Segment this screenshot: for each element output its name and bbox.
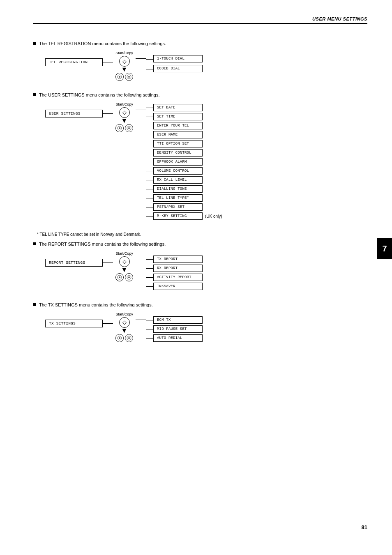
options-branch-tel: 1-TOUCH DIAL CODED DIAL <box>146 55 203 73</box>
intro-text-tel: The TEL REGISTRATION menu contains the f… <box>39 41 166 46</box>
svg-point-11 <box>128 276 130 278</box>
nav-circles-report <box>115 273 133 281</box>
start-button-user[interactable]: ◇ <box>119 107 130 118</box>
user-opt-9: DIALLING TONE <box>146 185 222 193</box>
diagram-report: REPORT SETTINGS Start/Copy ◇ ▼ <box>45 251 367 291</box>
intro-text-report: The REPORT SETTINGS menu contains the fo… <box>39 242 166 246</box>
start-button-report[interactable]: ◇ <box>119 256 130 267</box>
user-opt-10: TEL LINE TYPE* <box>146 194 222 203</box>
nav-left-user[interactable] <box>115 124 124 132</box>
connector-right-tx <box>136 320 146 320</box>
arrow-down-report: ▼ <box>121 267 128 273</box>
rep-opt-0: TX REPORT <box>146 256 203 264</box>
diagram-user: USER SETTINGS Start/Copy ◇ ▼ <box>45 102 367 221</box>
start-copy-user: Start/Copy <box>115 102 133 106</box>
svg-point-15 <box>128 337 130 339</box>
bullet-icon-report <box>33 242 36 245</box>
main-box-user: USER SETTINGS <box>45 110 103 117</box>
options-branch-tx: ECM TX MID PAUSE SET AUTO REDIAL <box>146 316 203 343</box>
button-section-user: Start/Copy ◇ ▼ <box>115 102 133 132</box>
option-box-0: 1-TOUCH DIAL <box>153 55 203 62</box>
rep-opt-3: INKSAVER <box>146 283 203 291</box>
bullet-icon-user <box>33 93 36 96</box>
diagram-tx: TX SETTINGS Start/Copy ◇ ▼ <box>45 312 367 343</box>
option-row-1: CODED DIAL <box>146 65 203 73</box>
options-tel: 1-TOUCH DIAL CODED DIAL <box>146 55 203 73</box>
intro-text-user: The USER SETTINGS menu contains the foll… <box>39 92 159 97</box>
header-title: USER MENU SETTINGS <box>312 16 367 21</box>
arrow-down-tel: ▼ <box>121 67 128 72</box>
option-hline-0 <box>146 59 153 60</box>
main-content: The TEL REGISTRATION menu contains the f… <box>33 41 367 343</box>
user-opt-1: SET TIME <box>146 113 222 121</box>
user-opt-12: M-KEY SETTING (UK only) <box>146 212 222 221</box>
bullet-intro-report: The REPORT SETTINGS menu contains the fo… <box>33 242 367 246</box>
options-branch-report: TX REPORT RX REPORT ACTIVITY REPORT INKS… <box>146 256 203 291</box>
option-hline-1 <box>146 69 153 69</box>
start-copy-tel: Start/Copy <box>115 51 133 55</box>
button-section-tx: Start/Copy ◇ ▼ <box>115 312 133 342</box>
nav-right-tx[interactable] <box>125 334 133 342</box>
start-copy-report: Start/Copy <box>115 251 133 256</box>
user-opt-3: USER NAME <box>146 131 222 139</box>
section-tx-settings: The TX SETTINGS menu contains the follow… <box>33 302 367 343</box>
nav-circles-user <box>115 124 133 132</box>
arrow-down-user: ▼ <box>121 118 128 124</box>
bullet-intro-user: The USER SETTINGS menu contains the foll… <box>33 92 367 97</box>
section-user-settings: The USER SETTINGS menu contains the foll… <box>33 92 367 221</box>
diagram-tel: TEL REGISTRATION Start/Copy ◇ ▼ <box>45 51 367 81</box>
nav-right-report[interactable] <box>125 273 133 281</box>
button-section-tel: Start/Copy ◇ ▼ <box>115 51 133 81</box>
bullet-intro-tel: The TEL REGISTRATION menu contains the f… <box>33 41 367 46</box>
nav-circles-tel <box>115 73 133 81</box>
nav-right-user[interactable] <box>125 124 133 132</box>
tx-opt-2: AUTO REDIAL <box>146 334 203 343</box>
section-report-settings: The REPORT SETTINGS menu contains the fo… <box>33 242 367 291</box>
svg-point-13 <box>119 337 120 339</box>
bullet-icon-tx <box>33 303 36 306</box>
connector-line-user <box>103 113 113 114</box>
connector-right-tel <box>136 58 146 59</box>
user-opt-0: SET DATE <box>146 104 222 112</box>
nav-left-report[interactable] <box>115 273 124 281</box>
options-user: SET DATE SET TIME ENTER YOUR TEL USER NA… <box>146 104 222 221</box>
nav-circles-tx <box>115 334 133 342</box>
button-section-report: Start/Copy ◇ ▼ <box>115 251 133 281</box>
option-box-1: CODED DIAL <box>153 65 203 72</box>
options-tx: ECM TX MID PAUSE SET AUTO REDIAL <box>146 316 203 343</box>
nav-left-tel[interactable] <box>115 73 124 81</box>
tx-opt-0: ECM TX <box>146 316 203 325</box>
main-box-tx: TX SETTINGS <box>45 320 103 327</box>
svg-point-5 <box>119 127 120 129</box>
nav-left-tx[interactable] <box>115 334 124 342</box>
options-report: TX REPORT RX REPORT ACTIVITY REPORT INKS… <box>146 256 203 291</box>
intro-text-tx: The TX SETTINGS menu contains the follow… <box>39 302 153 307</box>
connector-line-tel <box>103 62 113 62</box>
connector-line-report <box>103 263 113 263</box>
section-tel-registration: The TEL REGISTRATION menu contains the f… <box>33 41 367 81</box>
user-opt-11: PSTN/PBX SET <box>146 203 222 212</box>
svg-point-9 <box>119 276 120 278</box>
arrow-down-tx: ▼ <box>121 328 128 334</box>
connector-right-report <box>136 259 146 259</box>
connector-right-user <box>136 110 146 110</box>
page-number: 81 <box>362 524 367 530</box>
bullet-intro-tx: The TX SETTINGS menu contains the follow… <box>33 302 367 307</box>
svg-point-3 <box>128 76 130 78</box>
main-box-tel: TEL REGISTRATION <box>45 58 103 66</box>
start-button-tx[interactable]: ◇ <box>119 317 130 328</box>
page: USER MENU SETTINGS 7 The TEL REGISTRATIO… <box>0 0 392 555</box>
bullet-icon <box>33 42 36 45</box>
nav-right-tel[interactable] <box>125 73 133 81</box>
main-box-report: REPORT SETTINGS <box>45 259 103 267</box>
user-opt-8: RX CALL LEVEL <box>146 176 222 184</box>
start-button-tel[interactable]: ◇ <box>119 56 130 67</box>
chapter-tab: 7 <box>377 238 392 259</box>
footnote: * TEL LINE TYPE cannot be set in Norway … <box>37 232 367 237</box>
rep-opt-1: RX REPORT <box>146 265 203 273</box>
tx-opt-1: MID PAUSE SET <box>146 325 203 334</box>
user-opt-2: ENTER YOUR TEL <box>146 122 222 130</box>
user-opt-4: TTI OPTION SET <box>146 140 222 148</box>
start-copy-tx: Start/Copy <box>115 312 133 316</box>
user-opt-7: VOLUME CONTROL <box>146 167 222 175</box>
